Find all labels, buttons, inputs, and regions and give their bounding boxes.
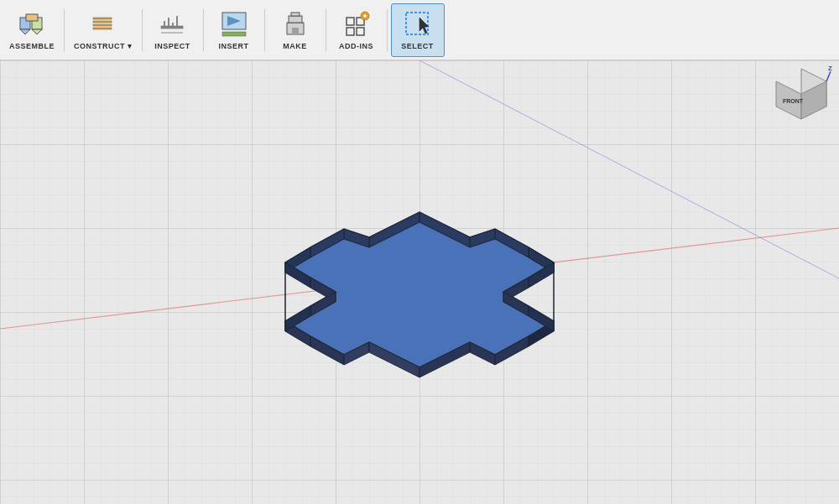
addins-label: ADD-INS [339, 42, 373, 50]
svg-rect-12 [172, 23, 174, 26]
divider-1 [64, 9, 65, 51]
select-button[interactable]: SELECT [391, 3, 445, 57]
inspect-button[interactable]: INSPECT [146, 3, 200, 57]
svg-rect-13 [176, 16, 178, 26]
svg-rect-6 [93, 18, 112, 19]
make-button[interactable]: MAKE [268, 3, 322, 57]
divider-3 [203, 9, 204, 51]
toolbar: ASSEMBLE CONSTRUCT ▾ INSPE [0, 0, 839, 60]
svg-rect-25 [357, 28, 364, 35]
svg-rect-11 [168, 18, 169, 26]
svg-rect-22 [347, 18, 354, 25]
svg-marker-28 [420, 18, 429, 34]
svg-marker-3 [20, 29, 30, 34]
svg-rect-8 [93, 28, 112, 29]
svg-text:Z: Z [828, 65, 832, 72]
make-label: MAKE [283, 42, 307, 50]
assemble-icon [17, 9, 47, 39]
svg-rect-17 [222, 32, 246, 36]
insert-button[interactable]: INSERT [207, 3, 261, 57]
svg-line-37 [826, 71, 831, 81]
svg-rect-21 [292, 28, 299, 34]
divider-6 [387, 9, 388, 51]
svg-rect-5 [93, 21, 112, 23]
svg-rect-20 [291, 13, 300, 16]
divider-2 [142, 9, 143, 51]
select-label: SELECT [401, 42, 434, 50]
assemble-label: ASSEMBLE [9, 42, 55, 50]
select-icon [403, 9, 433, 39]
inspect-label: INSPECT [154, 42, 190, 50]
addins-button[interactable]: ADD-INS [330, 3, 383, 57]
svg-marker-4 [32, 29, 42, 34]
svg-rect-7 [93, 24, 112, 26]
construct-label: CONSTRUCT ▾ [74, 42, 133, 50]
addins-icon [341, 9, 372, 39]
insert-icon [219, 9, 249, 39]
inspect-icon [158, 9, 188, 39]
view-cube[interactable]: FRONT Z [768, 65, 835, 132]
svg-rect-19 [289, 16, 302, 23]
make-icon [280, 9, 310, 39]
insert-label: INSERT [219, 42, 249, 50]
assemble-button[interactable]: ASSEMBLE [3, 3, 60, 57]
svg-rect-9 [161, 26, 183, 29]
viewport[interactable]: FRONT Z [0, 60, 839, 504]
construct-button[interactable]: CONSTRUCT ▾ [68, 3, 138, 57]
svg-rect-23 [347, 28, 354, 35]
3d-shape [210, 162, 629, 430]
svg-rect-10 [164, 21, 165, 26]
construct-icon [88, 9, 118, 39]
divider-5 [326, 9, 326, 51]
divider-4 [264, 9, 265, 51]
svg-text:FRONT: FRONT [783, 98, 804, 104]
svg-rect-2 [26, 14, 38, 21]
